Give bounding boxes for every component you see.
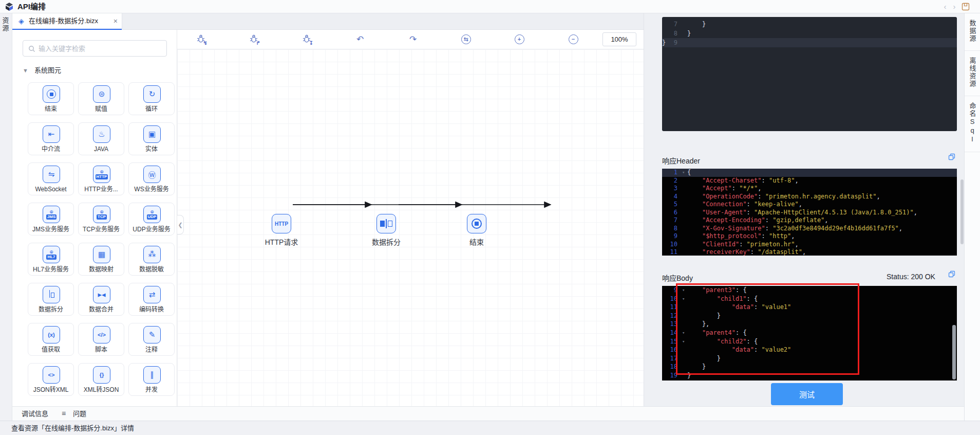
debug-bar: 调试信息 ≡ 问题 [12, 406, 964, 421]
palette-item-data-split[interactable]: 数据拆分 [28, 283, 74, 316]
palette-item-data-merge[interactable]: ▸◂数据合并 [78, 283, 124, 316]
response-header-editor[interactable]: 1▾{2 "Accept-Charset": "utf-8",3 "Accept… [662, 169, 957, 256]
palette-item-udp-service[interactable]: ⊕UDPUDP业务服务 [128, 203, 175, 235]
palette-item-json-to-xml[interactable]: <>JSON转XML [28, 363, 74, 396]
status-bar: 查看资源「在线编排-数据拆分.bizx」详情 [0, 421, 980, 435]
palette-item-ws-service[interactable]: ⓌWS业务服务 [128, 162, 175, 195]
line-number: 18 [669, 362, 682, 371]
palette-item-tcp-service[interactable]: ⊕TCPTCP业务服务 [78, 203, 124, 235]
fold-caret-icon[interactable]: ▾ [682, 286, 687, 295]
palette-item-entity[interactable]: ▣实体 [128, 122, 175, 155]
line-number: 8 [669, 225, 682, 233]
palette-item-label: 值获取 [28, 345, 73, 353]
line-number: 15 [669, 337, 682, 346]
right-rail-item-2[interactable]: 离线资源 [965, 51, 980, 96]
response-header-title: 响应Header [662, 155, 700, 166]
line-number: 9 [669, 286, 682, 295]
palette-item-xml-to-json[interactable]: {}XML转JSON [78, 363, 124, 396]
save-icon[interactable] [962, 3, 970, 12]
line-number: 2 [669, 177, 682, 185]
debug-run-icon[interactable]: ↯ [195, 34, 206, 45]
zoom-out-icon[interactable]: − [568, 34, 579, 45]
zoom-level-box[interactable]: 100% [602, 32, 636, 46]
right-rail-item-3[interactable]: 命名Sql [965, 96, 980, 152]
palette-item-mediator-flow[interactable]: ⇤中介流 [28, 122, 74, 155]
canvas-grid[interactable]: HTTPHTTP请求数据拆分结束 [177, 49, 644, 406]
code-line: 11 "receiverKey": "/datasplit", [662, 248, 957, 256]
debug-step-over-icon[interactable]: ↱ [248, 34, 259, 45]
redo-icon[interactable]: ↷ [407, 34, 419, 45]
palette-item-http-service[interactable]: ⊕HTTPHTTP业务... [78, 162, 124, 195]
body-editor-scrollbar[interactable] [952, 325, 956, 379]
layers-icon: ◈ [18, 17, 24, 25]
palette-item-data-mapping[interactable]: ▦数据映射 [78, 243, 124, 276]
left-rail-resources-tab[interactable]: 资源 [2, 17, 10, 32]
palette-item-script[interactable]: </>脚本 [78, 323, 124, 356]
palette-item-data-masking[interactable]: ⁂数据脱敏 [128, 243, 175, 276]
palette-item-java[interactable]: ♨JAVA [78, 122, 124, 155]
node-end[interactable]: 结束 [454, 214, 500, 247]
fit-view-icon[interactable]: ⇆ [460, 34, 472, 45]
section-header-system-primitives[interactable]: ▼系统图元 [23, 65, 61, 75]
palette-item-websocket[interactable]: ⇋WebSocket [28, 162, 74, 195]
code-line: 8 "X-Gov-Signature": "3c2a0df3e8494dd29e… [662, 225, 957, 233]
request-editor[interactable]: 7 }8}}9 [662, 17, 957, 131]
palette-item-label: JSON转XML [28, 385, 73, 393]
test-button[interactable]: 测试 [771, 383, 843, 405]
undo-icon[interactable]: ↶ [354, 34, 366, 45]
palette-item-value-get[interactable]: (x)值获取 [28, 323, 74, 356]
search-input[interactable] [39, 41, 164, 56]
debug-info-tab[interactable]: 调试信息 [22, 407, 48, 421]
flow-edges [177, 49, 644, 406]
code-line: 9▾ "parent3": { [662, 286, 957, 295]
entity-icon: ▣ [143, 125, 161, 143]
fold-caret-icon[interactable]: ▾ [682, 295, 687, 303]
debug-step-into-icon[interactable]: ↧ [301, 34, 312, 45]
zoom-in-icon[interactable]: + [514, 34, 525, 45]
panel-collapse-handle[interactable]: ❮ [177, 215, 184, 234]
palette-item-jms-service[interactable]: ⊕JMSJMS业务服务 [28, 203, 74, 235]
line-number: 16 [669, 346, 682, 354]
node-split-icon [376, 214, 396, 233]
palette-item-comment[interactable]: ✎注释 [128, 323, 175, 356]
palette-item-label: WS业务服务 [129, 184, 174, 193]
problems-tab[interactable]: 问题 [73, 407, 86, 421]
fold-caret-icon[interactable]: ▾ [682, 337, 687, 346]
code-line: 7 } [662, 20, 957, 29]
code-line: 7 "Accept-Encoding": "gzip,deflate", [662, 216, 957, 225]
palette-panel: ▼系统图元 结束⊜赋值↻循环⇤中介流♨JAVA▣实体⇋WebSocket⊕HTT… [12, 30, 177, 406]
palette-item-hl7-service[interactable]: ⊕HL7HL7业务服务 [28, 243, 74, 276]
palette-item-end[interactable]: 结束 [28, 82, 74, 115]
panel-scrollbar[interactable] [960, 179, 964, 244]
nav-back-icon[interactable]: ‹ [941, 0, 949, 13]
chevron-down-icon[interactable]: ▼ [23, 67, 28, 74]
node-label: 结束 [454, 237, 500, 247]
right-rail-item-1[interactable]: 数据源 [965, 13, 980, 51]
node-http[interactable]: HTTPHTTP请求 [258, 214, 305, 247]
palette-item-parallel[interactable]: ∥并发 [128, 363, 175, 396]
http-service-icon: ⊕HTTP [93, 166, 110, 183]
fold-caret-icon[interactable]: ▾ [682, 169, 687, 177]
code-line: 11 "data": "value1" [662, 303, 957, 312]
data-merge-icon: ▸◂ [93, 286, 110, 303]
code-line: 4 "OperationCode": "primeton.hr.agency.d… [662, 193, 957, 201]
right-rail-item-label: 离线资源 [968, 57, 977, 88]
palette-item-loop[interactable]: ↻循环 [128, 82, 175, 115]
palette-item-label: WebSocket [28, 186, 73, 193]
code-line: 17 } [662, 354, 957, 363]
tab-active-bizx[interactable]: ◈ 在线编排-数据拆分.bizx × [12, 13, 122, 30]
copy-icon[interactable] [948, 270, 955, 279]
fold-caret-icon[interactable]: ▾ [682, 329, 687, 337]
nav-forward-icon[interactable]: › [950, 0, 958, 13]
node-split[interactable]: 数据拆分 [363, 214, 409, 247]
code-line: 15▾ "child2": { [662, 337, 957, 346]
udp-service-icon: ⊕UDP [143, 206, 161, 223]
flow-canvas[interactable]: ↯↱↧↶↷⇆+−100% HTTPHTTP请求数据拆分结束 ❮ [177, 30, 644, 406]
line-number: 17 [669, 354, 682, 363]
close-icon[interactable]: × [114, 13, 118, 29]
palette-item-label: 注释 [129, 345, 174, 353]
palette-item-encoding-convert[interactable]: ⇄编码转换 [128, 283, 175, 316]
palette-item-assign[interactable]: ⊜赋值 [78, 82, 124, 115]
response-body-editor[interactable]: 9▾ "parent3": {10▾ "child1": {11 "data":… [662, 286, 957, 380]
copy-icon[interactable] [948, 153, 955, 162]
